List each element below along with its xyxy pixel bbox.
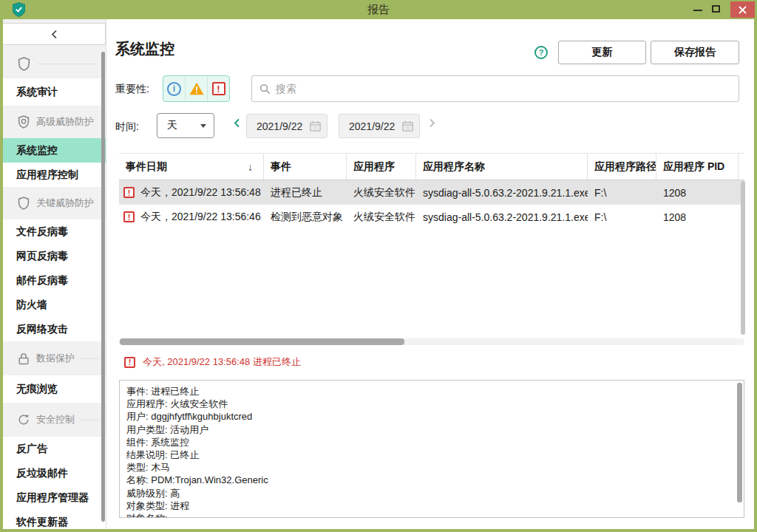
titlebar: 报告 [0,0,757,19]
sidebar-item-network-attack-blocker[interactable]: 反网络攻击 [3,317,106,341]
shield-icon [18,197,30,210]
sidebar-item-firewall[interactable]: 防火墙 [3,293,106,317]
calendar-icon [310,120,321,132]
table-header-row: 事件日期 ↓ 事件 应用程序 应用程序名称 应用程序路径 应用程序 PID [119,154,744,180]
events-table: 事件日期 ↓ 事件 应用程序 应用程序名称 应用程序路径 应用程序 PID ! … [119,153,744,336]
column-header-application-path[interactable]: 应用程序路径 [588,154,656,180]
sidebar-item-web-antivirus[interactable]: 网页反病毒 [3,244,106,268]
sort-desc-icon: ↓ [248,161,253,173]
detail-line: 名称: PDM:Trojan.Win32.Generic [126,474,729,486]
main-panel: 系统监控 ? 更新 保存报告 重要性: i ! [106,19,754,529]
critical-icon: ! [124,357,135,368]
back-button[interactable] [3,23,106,45]
previous-period-button[interactable] [234,117,240,131]
table-row[interactable]: ! 今天，2021/9/22 13:56:46 检测到恶意对象 火绒安全软件 s… [119,205,744,229]
sidebar-item-anti-banner[interactable]: 反广告 [3,437,106,461]
update-button[interactable]: 更新 [558,41,646,64]
sidebar-section-data-protection: 数据保护 [3,341,106,375]
critical-icon: ! [123,187,135,198]
column-header-event[interactable]: 事件 [264,154,347,180]
sidebar-item-system-monitor[interactable]: 系统监控 [3,138,106,163]
importance-filter-group: i ! [163,75,230,102]
warning-icon [189,82,204,95]
lock-icon [18,352,30,365]
help-icon[interactable]: ? [534,46,548,59]
sidebar-item-application-control[interactable]: 应用程序控制 [3,163,106,187]
period-select[interactable]: 天 [157,113,214,138]
divider [81,420,98,420]
maximize-button[interactable] [712,5,720,13]
detail-line: 用户: dggjhfytff\kguhbjuktcred [126,410,729,423]
divider [81,358,98,359]
sidebar-item-file-antivirus[interactable]: 文件反病毒 [3,219,106,244]
close-icon [739,6,747,14]
importance-critical-toggle[interactable]: ! [207,76,229,101]
detail-line: 应用程序: 火绒安全软件 [126,398,729,410]
critical-icon: ! [123,211,135,222]
info-icon: i [167,82,181,96]
date-to-field[interactable]: 2021/9/22 [339,114,420,138]
detail-line: 用户类型: 活动用户 [126,423,729,436]
column-header-application-name[interactable]: 应用程序名称 [416,154,588,180]
save-report-button[interactable]: 保存报告 [651,41,739,64]
search-input[interactable] [276,83,739,95]
sidebar-item-critical-threat-protection[interactable]: 关键威胁防护 [3,187,106,219]
detail-line: 威胁级别: 高 [126,487,729,499]
table-horizontal-scrollbar[interactable] [120,338,404,345]
next-period-button[interactable] [429,117,435,131]
table-horizontal-scrollbar-track [119,338,744,345]
importance-warning-toggle[interactable] [185,76,207,101]
search-icon [259,83,271,95]
importance-label: 重要性: [115,83,149,96]
calendar-icon [402,120,413,132]
close-button[interactable] [730,1,755,18]
divider [37,64,98,64]
detail-header-text: 今天, 2021/9/22 13:56:48 进程已终止 [143,355,301,369]
table-row[interactable]: ! 今天，2021/9/22 13:56:48 进程已终止 火绒安全软件 sys… [119,180,744,205]
shield-badge-icon [18,115,30,129]
app-body: 系统审计 高级威胁防护 系统监控 应用程序控制 关键威胁防护 文件反病毒 网页反… [3,19,754,529]
detail-line: 对象名称: [126,512,729,518]
critical-icon: ! [212,82,225,95]
detail-line: 组件: 系统监控 [126,436,729,449]
detail-line: 结果说明: 已终止 [126,449,729,461]
shield-icon [18,57,30,71]
detail-line: 对象类型: 进程 [126,499,729,512]
minimize-button[interactable] [693,4,702,11]
sidebar-section-protection [3,49,106,78]
window-title: 报告 [0,3,757,17]
sidebar-item-private-browsing[interactable]: 无痕浏览 [3,375,106,403]
sidebar-item-application-manager[interactable]: 应用程序管理器 [3,485,106,510]
search-box [251,75,739,102]
refresh-icon [18,414,30,426]
sidebar-item-software-updater[interactable]: 软件更新器 [3,510,106,529]
detail-line: 事件: 进程已终止 [126,385,729,398]
sidebar-item-anti-spam[interactable]: 反垃圾邮件 [3,461,106,485]
sidebar-section-security-controls: 安全控制 [3,403,106,437]
sidebar-scrollbar[interactable] [101,52,105,522]
table-vertical-scrollbar[interactable] [741,181,745,335]
sidebar: 系统审计 高级威胁防护 系统监控 应用程序控制 关键威胁防护 文件反病毒 网页反… [3,19,106,529]
time-label: 时间: [115,120,139,134]
importance-info-toggle[interactable]: i [163,76,185,101]
detail-line: 类型: 木马 [126,461,729,474]
sidebar-item-system-audit[interactable]: 系统审计 [3,78,106,106]
sidebar-item-advanced-threat-protection[interactable]: 高级威胁防护 [3,106,106,138]
column-header-event-date[interactable]: 事件日期 ↓ [119,154,264,180]
sidebar-list: 系统审计 高级威胁防护 系统监控 应用程序控制 关键威胁防护 文件反病毒 网页反… [3,49,106,529]
detail-header: ! 今天, 2021/9/22 13:56:48 进程已终止 [124,355,301,369]
window-frame: 报告 系统审计 高级威胁防护 系统监控 [0,0,757,532]
page-title: 系统监控 [115,39,174,59]
column-header-application-pid[interactable]: 应用程序 PID [656,154,739,180]
chevron-down-icon [200,124,206,128]
chevron-left-icon [51,30,58,39]
date-from-field[interactable]: 2021/9/22 [246,114,327,138]
sidebar-item-mail-antivirus[interactable]: 邮件反病毒 [3,268,106,293]
detail-vertical-scrollbar[interactable] [737,383,742,502]
column-header-application[interactable]: 应用程序 [347,154,416,180]
detail-panel: 事件: 进程已终止 应用程序: 火绒安全软件 用户: dggjhfytff\kg… [119,380,744,518]
